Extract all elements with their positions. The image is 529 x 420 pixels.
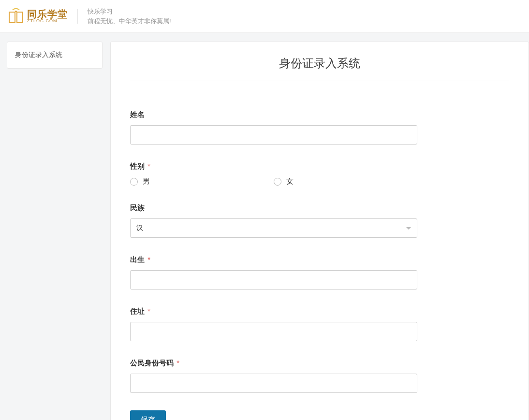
logo-text-en: ZTLOG.COM	[27, 19, 68, 23]
field-name: 姓名	[130, 110, 509, 145]
radio-icon	[130, 178, 138, 186]
field-ethnicity: 民族 汉	[130, 203, 509, 238]
label-address: 住址 *	[130, 307, 509, 316]
logo-text-cn: 同乐学堂	[27, 9, 68, 19]
input-birth[interactable]	[130, 270, 417, 290]
radio-female-label: 女	[286, 177, 294, 186]
header: 同乐学堂 ZTLOG.COM 快乐学习 前程无忧、中华英才非你莫属!	[0, 0, 529, 33]
input-address[interactable]	[130, 322, 417, 341]
field-address: 住址 *	[130, 307, 509, 341]
radio-male[interactable]: 男	[130, 177, 274, 186]
save-button[interactable]: 保存	[130, 410, 166, 420]
radio-icon	[274, 178, 281, 186]
sidebar: 身份证录入系统	[7, 42, 103, 420]
input-name[interactable]	[130, 125, 417, 145]
tagline-line-1: 快乐学习	[88, 7, 171, 16]
main-panel: 身份证录入系统 姓名 性别 * 男 女 民族	[110, 42, 529, 420]
select-ethnicity-value: 汉	[136, 224, 143, 232]
page-title: 身份证录入系统	[130, 56, 509, 81]
book-icon	[8, 8, 24, 25]
label-name: 姓名	[130, 110, 509, 119]
label-ethnicity: 民族	[130, 203, 509, 213]
label-id-number: 公民身份号码 *	[130, 359, 509, 368]
field-id-number: 公民身份号码 *	[130, 359, 509, 393]
sidebar-item-label: 身份证录入系统	[15, 51, 62, 58]
input-id-number[interactable]	[130, 374, 417, 393]
field-gender: 性别 * 男 女	[130, 162, 509, 186]
tagline: 快乐学习 前程无忧、中华英才非你莫属!	[88, 7, 171, 26]
label-birth: 出生 *	[130, 255, 509, 264]
sidebar-item-id-entry[interactable]: 身份证录入系统	[7, 42, 103, 69]
radio-male-label: 男	[143, 177, 150, 186]
logo[interactable]: 同乐学堂 ZTLOG.COM	[8, 8, 68, 25]
select-ethnicity[interactable]: 汉	[130, 218, 417, 238]
field-birth: 出生 *	[130, 255, 509, 290]
chevron-down-icon	[406, 227, 411, 230]
header-divider	[77, 9, 78, 24]
label-gender: 性别 *	[130, 162, 509, 171]
tagline-line-2: 前程无忧、中华英才非你莫属!	[88, 16, 171, 26]
radio-female[interactable]: 女	[274, 177, 417, 186]
